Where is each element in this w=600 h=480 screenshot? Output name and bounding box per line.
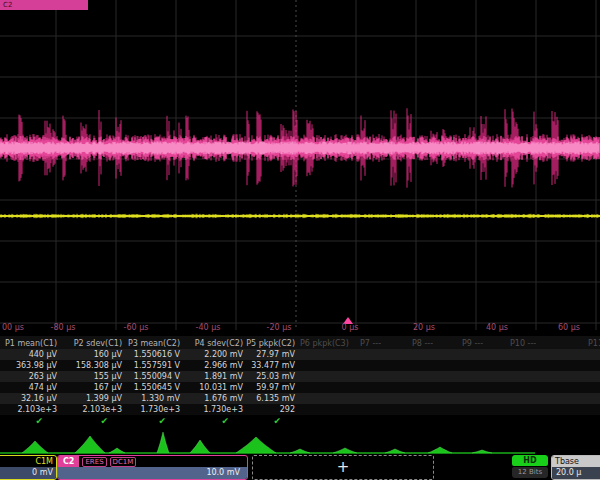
timebase-label: Tbase <box>552 456 600 467</box>
time-axis-label: 20 µs <box>413 323 435 332</box>
param-header[interactable]: P3 mean(C2) <box>128 339 180 348</box>
param-stat-value: 25.03 mV <box>256 372 295 381</box>
param-stat-value: 2.103e+3 <box>17 405 57 414</box>
param-header-unused[interactable]: P7 --- <box>360 339 381 348</box>
param-stat-value: 363.98 µV <box>16 361 57 370</box>
time-axis-label: 60 µs <box>558 323 580 332</box>
measure-table: P1 mean(C1)P2 sdev(C1)P3 mean(C2)P4 sdev… <box>0 336 600 426</box>
param-stat-value: 1.730e+3 <box>203 405 243 414</box>
param-stat-value: 1.550616 V <box>134 350 180 359</box>
param-header-unused[interactable]: P10 --- <box>510 339 536 348</box>
time-axis-label: -60 µs <box>124 323 149 332</box>
param-header-unused[interactable]: P11 <box>588 339 600 348</box>
param-stat-value: 33.477 mV <box>251 361 295 370</box>
param-stat-value: 167 µV <box>94 383 122 392</box>
param-header-unused[interactable]: P8 --- <box>412 339 433 348</box>
measure-row: 363.98 µV158.308 µV1.557591 V2.966 mV33.… <box>0 360 600 371</box>
c2-vdiv-value: 10.0 mV <box>58 467 247 479</box>
measure-row: 474 µV167 µV1.550645 V10.031 mV59.97 mV <box>0 382 600 393</box>
measure-row: 32.16 µV1.399 µV1.330 mV1.676 mV6.135 mV <box>0 393 600 404</box>
param-stat-value: 1.550094 V <box>134 372 180 381</box>
add-trace-button[interactable]: + <box>252 455 434 480</box>
histogram-strip <box>0 425 600 455</box>
hd-bits-label: 12 Bits <box>512 467 548 478</box>
oscilloscope-screen: C2 00 µs-80 µs-60 µs-40 µs-20 µs0 µs20 µ… <box>0 0 600 480</box>
param-stat-value: 160 µV <box>94 350 122 359</box>
param-stat-value: 1.676 mV <box>204 394 243 403</box>
param-stat-value: 1.730e+3 <box>140 405 180 414</box>
hd-mode-indicator[interactable]: HD 12 Bits <box>512 455 548 478</box>
param-stat-value: 474 µV <box>29 383 57 392</box>
c1-coupling-label: C1M <box>0 456 56 467</box>
measure-row: 2.103e+32.103e+31.730e+31.730e+3292 <box>0 404 600 415</box>
param-stat-value: 6.135 mV <box>256 394 295 403</box>
param-stat-value: 263 µV <box>29 372 57 381</box>
param-stat-value: 32.16 µV <box>21 394 57 403</box>
param-stat-value: 1.330 mV <box>141 394 180 403</box>
param-header[interactable]: P2 sdev(C1) <box>74 339 122 348</box>
param-header[interactable]: P4 sdev(C2) <box>195 339 243 348</box>
descriptor-bar: C1M 0 mV C2 ERES DC1M 10.0 mV + HD 12 Bi… <box>0 455 600 480</box>
measure-row: 440 µV160 µV1.550616 V2.200 mV27.97 mV <box>0 349 600 360</box>
param-header-unused[interactable]: P6 pkpk(C3) <box>300 339 349 348</box>
time-axis-label: -80 µs <box>51 323 76 332</box>
param-stat-value: 1.399 µV <box>86 394 122 403</box>
param-header[interactable]: P5 pkpk(C2) <box>246 339 295 348</box>
param-stat-value: 2.103e+3 <box>82 405 122 414</box>
param-stat-value: 2.966 mV <box>204 361 243 370</box>
param-stat-value: 292 <box>280 405 295 414</box>
trace-tag[interactable]: C2 <box>0 0 88 10</box>
param-stat-value: 1.557591 V <box>134 361 180 370</box>
timebase-descriptor[interactable]: Tbase 20.0 µ <box>551 455 600 480</box>
param-stat-value: 59.97 mV <box>256 383 295 392</box>
time-axis-label: -40 µs <box>196 323 221 332</box>
hd-badge: HD <box>512 455 548 466</box>
channel-c1-descriptor[interactable]: C1M 0 mV <box>0 455 57 480</box>
param-stat-value: 1.550645 V <box>134 383 180 392</box>
timebase-value: 20.0 µ <box>552 467 600 479</box>
param-stat-value: 440 µV <box>29 350 57 359</box>
time-axis: 00 µs-80 µs-60 µs-40 µs-20 µs0 µs20 µs40… <box>0 320 600 336</box>
time-axis-label: 00 µs <box>2 323 24 332</box>
param-header[interactable]: P1 mean(C1) <box>5 339 57 348</box>
param-stat-value: 27.97 mV <box>256 350 295 359</box>
param-stat-value: 158.308 µV <box>76 361 122 370</box>
measure-row: P1 mean(C1)P2 sdev(C1)P3 mean(C2)P4 sdev… <box>0 336 600 349</box>
measure-row: 263 µV155 µV1.550094 V1.891 mV25.03 mV <box>0 371 600 382</box>
waveform-grid <box>0 0 600 336</box>
c2-eres-badge: ERES <box>82 457 106 467</box>
c1-vdiv-value: 0 mV <box>0 467 56 479</box>
param-header-unused[interactable]: P9 --- <box>462 339 483 348</box>
param-stat-value: 2.200 mV <box>204 350 243 359</box>
time-axis-label: 0 µs <box>342 323 359 332</box>
time-axis-label: -20 µs <box>267 323 292 332</box>
channel-c2-descriptor[interactable]: C2 ERES DC1M 10.0 mV <box>57 455 248 480</box>
c2-coupling-badge: DC1M <box>110 457 137 467</box>
c2-channel-chip: C2 <box>58 456 79 467</box>
param-stat-value: 10.031 mV <box>199 383 243 392</box>
c2-descriptor-top: C2 ERES DC1M <box>58 456 247 467</box>
time-axis-label: 40 µs <box>486 323 508 332</box>
param-stat-value: 155 µV <box>94 372 122 381</box>
param-stat-value: 1.891 mV <box>204 372 243 381</box>
